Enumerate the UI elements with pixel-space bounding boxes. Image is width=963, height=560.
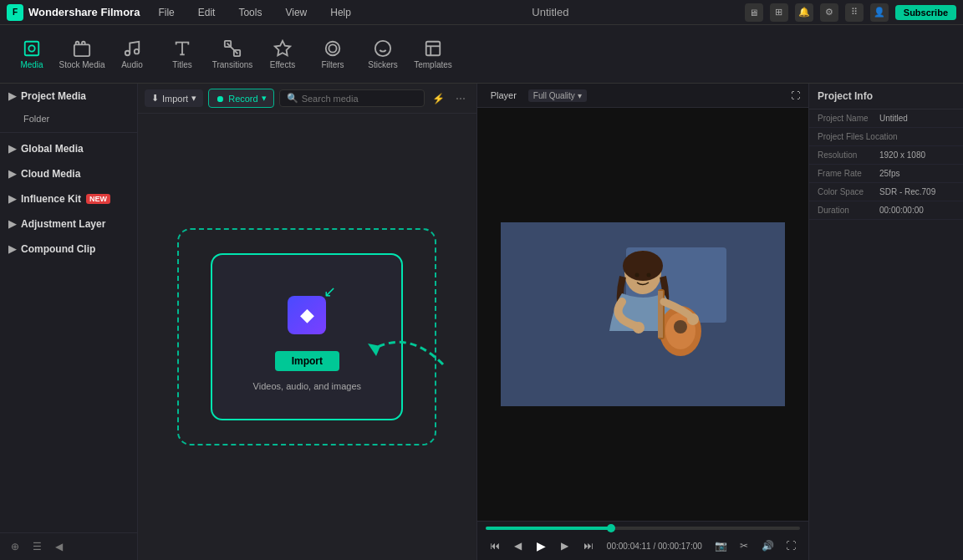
svg-point-29 [634,273,639,277]
info-row-resolution: Resolution 1920 x 1080 [809,146,963,165]
sidebar-cloud-media-label: Cloud Media [21,168,80,180]
preview-controls: ⏮ ◀ ▶ ▶ ⏭ 00:00:04:11 / 00:00:17:00 📷 ✂ … [477,521,808,560]
toolbar-stickers[interactable]: Stickers [359,30,406,79]
preview-panel: Player Full Quality ▾ ⛶ [477,84,808,560]
sidebar-project-media[interactable]: ▶ Project Media [0,84,137,109]
quality-label: Full Quality [533,91,575,100]
avatar-icon[interactable]: 👤 [870,3,889,22]
quality-badge[interactable]: Full Quality ▾ [528,89,587,102]
sidebar-compound-clip[interactable]: ▶ Compound Clip [0,237,137,262]
project-info-header: Project Info [809,84,963,109]
toolbar-transitions-label: Transitions [212,60,253,69]
info-row-framerate: Frame Rate 25fps [809,165,963,183]
svg-point-10 [375,40,390,55]
menu-edit[interactable]: Edit [193,5,221,20]
play-button[interactable]: ▶ [532,537,551,555]
quality-chevron: ▾ [578,91,582,100]
toolbar-transitions[interactable]: Transitions [209,30,256,79]
import-button[interactable]: ⬇ Import ▾ [145,89,203,107]
toolbar-templates[interactable]: Templates [410,30,456,79]
info-label-colorspace: Color Space [818,187,876,196]
info-label-framerate: Frame Rate [818,169,876,178]
toolbar: Media Stock Media Audio Titles Transitio… [0,25,963,84]
sidebar-cloud-media[interactable]: ▶ Cloud Media [0,161,137,186]
svg-marker-7 [275,40,290,54]
import-label: Import [162,94,188,104]
svg-point-9 [329,44,336,52]
svg-point-3 [125,50,130,55]
project-info-panel: Project Info Project Name Untitled Proje… [808,84,963,560]
toolbar-effects[interactable]: Effects [259,30,306,79]
download-arrow-icon: ↙ [324,283,336,301]
main-area: ▶ Project Media Folder ▶ Global Media ▶ … [0,84,963,560]
svg-point-1 [28,45,34,51]
frame-forward-icon[interactable]: ▶ [556,537,574,555]
sidebar-bottom: ⊕ ☰ ◀ [0,532,137,560]
toolbar-media[interactable]: Media [8,30,55,79]
sidebar-global-media[interactable]: ▶ Global Media [0,136,137,161]
info-label-resolution: Resolution [818,150,876,160]
progress-handle[interactable] [607,524,615,532]
filter-icon[interactable]: ⚡ [430,89,448,108]
media-toolbar-right: ⚡ ⋯ [430,89,470,108]
import-media-button[interactable]: Import [275,351,339,371]
toolbar-titles[interactable]: Titles [159,30,206,79]
top-right-icons: 🖥 ⊞ 🔔 ⚙ ⠿ 👤 Subscribe [745,3,956,22]
duplicate-icon[interactable]: ⊞ [770,3,788,22]
toolbar-stock-media[interactable]: Stock Media [59,30,105,79]
player-tab[interactable]: Player [486,89,522,102]
sidebar-list-icon[interactable]: ☰ [28,538,45,555]
audio-icon[interactable]: 🔊 [758,537,777,555]
search-input[interactable] [302,94,417,104]
toolbar-effects-label: Effects [270,60,295,69]
menu-view[interactable]: View [280,5,312,20]
monitor-icon[interactable]: 🖥 [745,3,763,22]
sidebar-add-icon[interactable]: ⊕ [7,538,23,555]
progress-bar[interactable] [486,527,800,530]
record-chevron: ▾ [262,93,267,104]
svg-rect-2 [74,44,89,56]
toolbar-audio[interactable]: Audio [109,30,155,79]
sidebar-adjustment-layer[interactable]: ▶ Adjustment Layer [0,211,137,237]
record-button[interactable]: ⏺ Record ▾ [208,89,273,108]
dashed-arrow-svg [359,314,460,381]
toolbar-filters[interactable]: Filters [309,30,356,79]
svg-rect-13 [426,41,441,55]
sidebar-folder[interactable]: Folder [0,109,137,129]
sidebar-influence-kit-label: Influence Kit [21,193,81,205]
sidebar: ▶ Project Media Folder ▶ Global Media ▶ … [0,84,138,560]
grid-icon[interactable]: ⠿ [845,3,864,22]
info-value-colorspace: SDR - Rec.709 [879,187,935,196]
info-label-duration: Duration [818,206,876,215]
skip-forward-icon[interactable]: ⏭ [579,537,598,555]
toolbar-templates-label: Templates [414,60,452,69]
toolbar-media-label: Media [20,60,43,69]
sidebar-section-project-media: ▶ Project Media Folder [0,84,137,129]
svg-point-28 [687,313,699,325]
sidebar-compound-label: Compound Clip [21,243,95,255]
settings-icon[interactable]: ⚙ [820,3,838,22]
subscribe-button[interactable]: Subscribe [895,5,956,20]
fullscreen-icon[interactable]: ⛶ [791,90,800,100]
sidebar-influence-kit[interactable]: ▶ Influence Kit NEW [0,186,137,211]
cut-icon[interactable]: ✂ [735,537,753,555]
svg-point-27 [633,322,645,333]
search-box[interactable]: 🔍 [279,89,425,107]
notification-icon[interactable]: 🔔 [795,3,813,22]
menu-file[interactable]: File [153,5,179,20]
svg-point-22 [674,320,687,333]
sidebar-collapse-icon[interactable]: ◀ [50,538,67,555]
record-label: Record [228,94,257,104]
menu-tools[interactable]: Tools [233,5,267,20]
frame-back-icon[interactable]: ◀ [509,537,527,555]
fullscreen2-icon[interactable]: ⛶ [782,537,800,555]
svg-point-8 [326,41,340,55]
svg-point-19 [623,251,663,281]
menu-help[interactable]: Help [325,5,356,20]
skip-back-icon[interactable]: ⏮ [486,537,504,555]
info-value-name: Untitled [879,114,908,123]
app-name: Wondershare Filmora [28,6,140,18]
camera-icon[interactable]: 📷 [711,537,730,555]
more-options-icon[interactable]: ⋯ [451,89,470,108]
playback-controls: ⏮ ◀ ▶ ▶ ⏭ [486,537,598,555]
